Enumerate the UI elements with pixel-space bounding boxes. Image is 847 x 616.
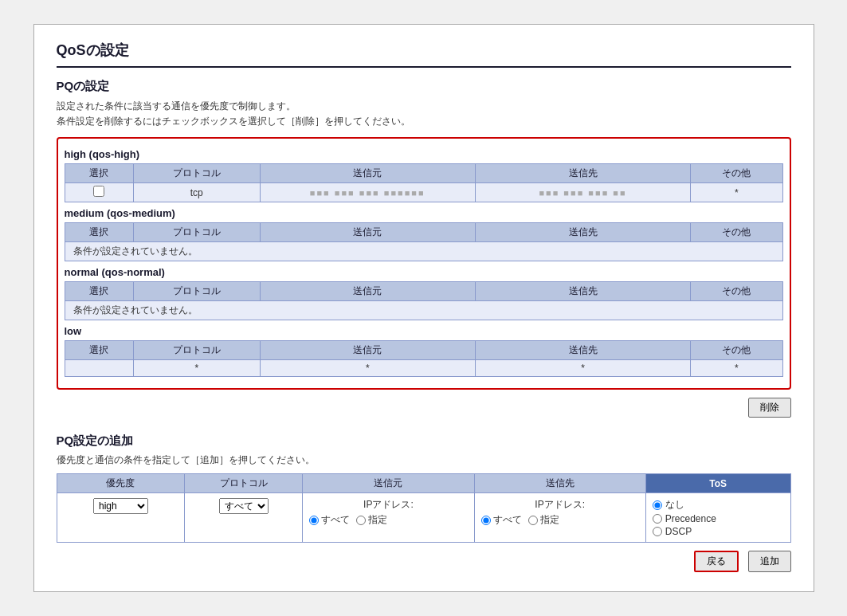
- dst-all-radio[interactable]: [481, 516, 491, 525]
- pq-section-title: PQの設定: [57, 79, 791, 94]
- cell-select: [65, 360, 133, 377]
- table-row: * * * *: [65, 360, 782, 377]
- delete-row: 削除: [57, 398, 791, 418]
- add-form-row: high medium normal low すべて tcp udp icmp: [57, 493, 790, 543]
- cell-other: *: [691, 360, 782, 377]
- queue-label-high: high (qos-high): [65, 148, 783, 160]
- queue-table-low: 選択 プロトコル 送信元 送信先 その他 * * * *: [65, 340, 783, 377]
- table-row: 条件が設定されていません。: [65, 301, 782, 320]
- dst-specify-label[interactable]: 指定: [528, 513, 559, 527]
- th-protocol: プロトコル: [133, 164, 260, 183]
- protocol-cell: すべて tcp udp icmp: [185, 493, 303, 543]
- dst-specify-radio[interactable]: [528, 516, 538, 525]
- th-other: その他: [691, 164, 782, 183]
- tos-none-radio[interactable]: [653, 500, 662, 510]
- th-src: 送信元: [260, 223, 475, 242]
- src-cell: IPアドレス: すべて 指定: [303, 493, 474, 543]
- dst-ip-label: IPアドレス:: [481, 498, 639, 512]
- cell-protocol: tcp: [133, 183, 260, 202]
- bottom-buttons: 戻る 追加: [57, 551, 791, 572]
- src-specify-radio[interactable]: [356, 516, 366, 525]
- description: 設定された条件に該当する通信を優先度で制御します。 条件設定を削除するにはチェッ…: [57, 99, 791, 129]
- th-select: 選択: [65, 341, 133, 360]
- add-th-src: 送信元: [303, 474, 474, 493]
- delete-button[interactable]: 削除: [748, 398, 791, 418]
- th-dst: 送信先: [475, 282, 690, 301]
- add-th-priority: 優先度: [57, 474, 185, 493]
- tos-dscp-radio[interactable]: [653, 527, 662, 536]
- cell-dst: *: [475, 360, 690, 377]
- src-all-radio[interactable]: [309, 516, 319, 525]
- empty-message: 条件が設定されていません。: [65, 301, 782, 320]
- th-src: 送信元: [260, 282, 475, 301]
- th-other: その他: [691, 341, 782, 360]
- back-button[interactable]: 戻る: [694, 551, 739, 572]
- add-th-dst: 送信先: [474, 474, 645, 493]
- dst-radio-group: すべて 指定: [481, 513, 639, 527]
- tos-dscp-label[interactable]: DSCP: [653, 526, 784, 537]
- th-other: その他: [691, 282, 782, 301]
- th-protocol: プロトコル: [133, 341, 260, 360]
- queue-table-container: high (qos-high) 選択 プロトコル 送信元 送信先 その他 tcp…: [57, 137, 791, 390]
- cell-src: *: [260, 360, 475, 377]
- src-ip-label: IPアドレス:: [309, 498, 467, 512]
- row-checkbox[interactable]: [93, 186, 104, 197]
- add-button[interactable]: 追加: [748, 551, 791, 572]
- queue-label-normal: normal (qos-normal): [65, 266, 783, 278]
- th-dst: 送信先: [475, 164, 690, 183]
- cell-select: [65, 183, 133, 202]
- tos-precedence-label[interactable]: Precedence: [653, 513, 784, 524]
- main-window: QoSの設定 PQの設定 設定された条件に該当する通信を優先度で制御します。 条…: [33, 24, 814, 592]
- queue-label-low: low: [65, 325, 783, 337]
- th-other: その他: [691, 223, 782, 242]
- cell-protocol: *: [133, 360, 260, 377]
- cell-dst: ■■■ ■■■ ■■■ ■■: [475, 183, 690, 202]
- dst-all-label[interactable]: すべて: [481, 513, 522, 527]
- src-specify-label[interactable]: 指定: [356, 513, 387, 527]
- add-form-table: 優先度 プロトコル 送信元 送信先 ToS high medium normal…: [57, 473, 791, 543]
- table-row: 条件が設定されていません。: [65, 242, 782, 261]
- add-th-tos: ToS: [645, 474, 790, 493]
- src-all-label[interactable]: すべて: [309, 513, 350, 527]
- th-protocol: プロトコル: [133, 223, 260, 242]
- table-row: tcp ■■■ ■■■ ■■■ ■■■■■■ ■■■ ■■■ ■■■ ■■ *: [65, 183, 782, 202]
- th-dst: 送信先: [475, 341, 690, 360]
- cell-other: *: [691, 183, 782, 202]
- th-select: 選択: [65, 282, 133, 301]
- add-section-title: PQ設定の追加: [57, 429, 791, 449]
- priority-cell: high medium normal low: [57, 493, 185, 543]
- protocol-select[interactable]: すべて tcp udp icmp: [219, 498, 269, 514]
- th-select: 選択: [65, 164, 133, 183]
- queue-label-medium: medium (qos-medium): [65, 207, 783, 219]
- th-dst: 送信先: [475, 223, 690, 242]
- queue-table-high: 選択 プロトコル 送信元 送信先 その他 tcp ■■■ ■■■ ■■■ ■■■…: [65, 163, 783, 202]
- queue-table-medium: 選択 プロトコル 送信元 送信先 その他 条件が設定されていません。: [65, 222, 783, 261]
- add-th-protocol: プロトコル: [185, 474, 303, 493]
- tos-radio-group: なし Precedence DSCP: [653, 498, 784, 537]
- dst-cell: IPアドレス: すべて 指定: [474, 493, 645, 543]
- th-protocol: プロトコル: [133, 282, 260, 301]
- th-src: 送信元: [260, 164, 475, 183]
- tos-none-label[interactable]: なし: [653, 498, 784, 512]
- cell-src: ■■■ ■■■ ■■■ ■■■■■■: [260, 183, 475, 202]
- page-title: QoSの設定: [57, 41, 791, 68]
- tos-precedence-radio[interactable]: [653, 514, 662, 524]
- empty-message: 条件が設定されていません。: [65, 242, 782, 261]
- tos-cell: なし Precedence DSCP: [645, 493, 790, 543]
- th-select: 選択: [65, 223, 133, 242]
- src-radio-group: すべて 指定: [309, 513, 467, 527]
- priority-select[interactable]: high medium normal low: [93, 498, 148, 514]
- add-description: 優先度と通信の条件を指定して［追加］を押してください。: [57, 453, 791, 467]
- queue-table-normal: 選択 プロトコル 送信元 送信先 その他 条件が設定されていません。: [65, 281, 783, 320]
- th-src: 送信元: [260, 341, 475, 360]
